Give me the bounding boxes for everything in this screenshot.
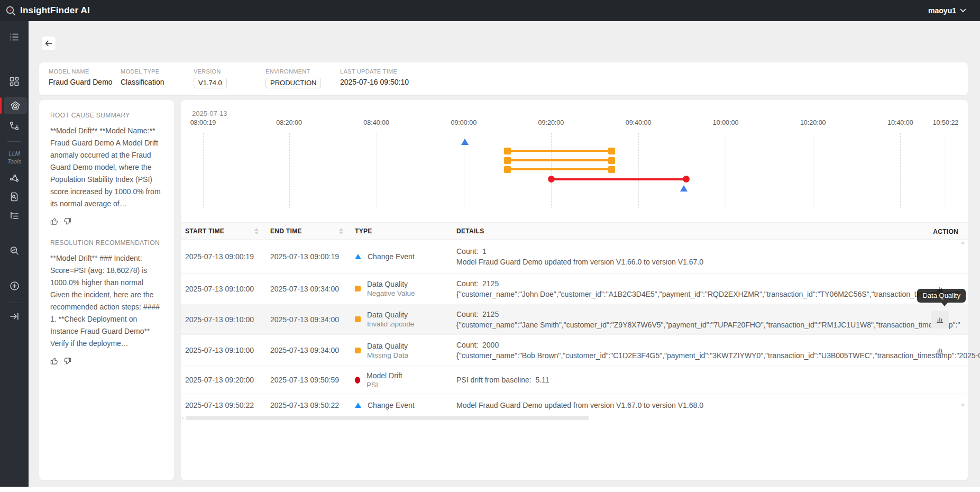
end-time-cell: 2025-07-13 09:00:19 xyxy=(270,252,355,261)
axis-tick: 08:00:19 xyxy=(190,119,216,126)
model-drift-line-marker[interactable] xyxy=(551,176,686,183)
details-cell: Model Fraud Guard Demo updated from vers… xyxy=(456,401,960,409)
type-cell: Data Quality Invalid zipcode xyxy=(355,311,456,328)
thumbs-up-icon[interactable] xyxy=(50,217,58,225)
gridline xyxy=(638,133,639,208)
thumbs-up-icon[interactable] xyxy=(50,357,58,365)
events-panel: 2025-07-13 08:00:19 08:20:00 08:40:00 09… xyxy=(181,100,968,480)
gridline xyxy=(726,133,726,208)
sidebar-item-dashboard[interactable] xyxy=(0,76,29,87)
data-quality-icon xyxy=(355,286,361,291)
end-time-cell: 2025-07-13 09:34:00 xyxy=(270,285,355,293)
back-button[interactable] xyxy=(41,36,56,51)
sidebar-item-search[interactable] xyxy=(0,245,29,256)
type-cell: Data Quality Negative Value xyxy=(355,280,456,297)
sort-icon[interactable] xyxy=(254,228,259,234)
environment-field: ENVIRONMENT PRODUCTION xyxy=(265,68,340,95)
events-table: START TIME END TIME TYPE DETAILS ACTION … xyxy=(181,222,968,416)
start-time-cell: 2025-07-13 09:50:22 xyxy=(185,401,270,409)
axis-tick: 09:00:00 xyxy=(451,119,477,126)
gridline xyxy=(289,133,290,208)
environment-label: ENVIRONMENT xyxy=(265,68,340,75)
start-time-cell: 2025-07-13 09:20:00 xyxy=(185,376,270,384)
table-row[interactable]: 2025-07-13 09:20:00 2025-07-13 09:50:59 … xyxy=(181,366,968,394)
view-chart-button[interactable] xyxy=(931,311,949,329)
change-event-marker[interactable] xyxy=(461,139,469,145)
axis-tick: 10:00:00 xyxy=(713,119,739,126)
end-time-cell: 2025-07-13 09:34:00 xyxy=(270,315,355,324)
col-header-start-time[interactable]: START TIME xyxy=(185,227,270,235)
gridline xyxy=(946,133,946,208)
horizontal-scrollbar[interactable] xyxy=(186,416,589,420)
sidebar-item-llm-evaluation[interactable] xyxy=(0,192,29,202)
gridline xyxy=(203,133,204,208)
axis-tick: 10:20:00 xyxy=(800,119,826,126)
table-row[interactable]: 2025-07-13 09:00:19 2025-07-13 09:00:19 … xyxy=(181,240,968,274)
col-header-end-time[interactable]: END TIME xyxy=(270,227,355,235)
sidebar-divider xyxy=(7,268,21,268)
model-type-field: MODEL TYPE Classification xyxy=(121,68,194,95)
sidebar: LLM Tools xyxy=(0,21,29,487)
sidebar-item-workflows[interactable] xyxy=(0,121,29,131)
gridline xyxy=(377,133,377,208)
data-quality-bar-marker[interactable] xyxy=(507,166,612,173)
insightfinder-logo-icon xyxy=(5,5,16,16)
data-quality-bar-marker[interactable] xyxy=(507,157,612,164)
timeline-axis: 08:00:19 08:20:00 08:40:00 09:00:00 09:2… xyxy=(203,119,946,127)
end-time-cell: 2025-07-13 09:34:00 xyxy=(270,346,355,354)
thumbs-down-icon[interactable] xyxy=(63,217,71,225)
model-name-label: MODEL NAME xyxy=(49,68,121,75)
axis-tick: 09:20:00 xyxy=(538,119,564,126)
active-indicator-bar xyxy=(0,97,2,114)
chevron-down-icon xyxy=(960,8,966,13)
environment-badge: PRODUCTION xyxy=(265,78,321,88)
details-cell: Count: 2000 {"customer_name":"Bob Brown"… xyxy=(456,341,980,360)
timeline-plot xyxy=(203,133,946,208)
resolution-feedback xyxy=(50,357,163,365)
col-header-details: DETAILS xyxy=(456,227,960,235)
sidebar-item-llm-trace[interactable] xyxy=(0,211,29,221)
table-row[interactable]: 2025-07-13 09:10:00 2025-07-13 09:34:00 … xyxy=(181,274,968,304)
root-cause-title: ROOT CAUSE SUMMARY xyxy=(50,112,163,119)
sidebar-item-llm-pipeline[interactable] xyxy=(0,173,29,184)
table-row[interactable]: 2025-07-13 09:50:22 2025-07-13 09:50:22 … xyxy=(181,394,968,416)
tooltip-caret xyxy=(941,303,948,306)
resolution-title: RESOLUTION RECOMMENDATION xyxy=(50,239,163,247)
table-header-row: START TIME END TIME TYPE DETAILS ACTION xyxy=(181,222,968,240)
bottom-strip xyxy=(0,487,980,492)
sidebar-item-models-active[interactable] xyxy=(0,97,29,114)
end-time-cell: 2025-07-13 09:50:22 xyxy=(270,401,355,409)
scroll-down-icon[interactable]: ▼ xyxy=(960,403,965,408)
thumbs-down-icon[interactable] xyxy=(63,357,71,365)
details-cell: Count: 1 Model Fraud Guard Demo updated … xyxy=(456,247,960,266)
start-time-cell: 2025-07-13 09:10:00 xyxy=(185,285,270,293)
col-header-action: ACTION xyxy=(933,223,958,240)
col-header-type: TYPE xyxy=(355,227,456,235)
top-bar: InsightFinder AI maoyu1 xyxy=(0,0,980,21)
page: InsightFinder AI maoyu1 xyxy=(0,0,980,492)
sort-icon[interactable] xyxy=(339,228,343,234)
user-menu[interactable]: maoyu1 xyxy=(928,6,966,15)
data-quality-icon xyxy=(355,348,361,353)
table-row[interactable]: 2025-07-13 09:10:00 2025-07-13 09:34:00 … xyxy=(181,304,968,335)
sidebar-collapse-icon[interactable] xyxy=(0,311,29,322)
sidebar-item-incidents[interactable] xyxy=(0,32,29,42)
change-event-marker[interactable] xyxy=(680,185,688,192)
data-quality-icon xyxy=(355,316,361,322)
root-cause-text: **Model Drift** **Model Name:** Fraud Gu… xyxy=(50,125,163,210)
axis-tick: 09:40:00 xyxy=(626,119,652,126)
data-quality-bar-marker[interactable] xyxy=(507,148,612,154)
scroll-left-icon[interactable]: ‹ xyxy=(182,414,184,421)
root-cause-feedback xyxy=(50,217,163,225)
change-event-icon xyxy=(355,403,361,408)
model-hub-icon xyxy=(4,97,27,114)
model-info-card: MODEL NAME Fraud Guard Demo MODEL TYPE C… xyxy=(39,62,968,95)
last-update-field: LAST UPDATE TIME 2025-07-16 09:50:10 xyxy=(340,68,409,95)
view-chart-button[interactable] xyxy=(931,341,949,359)
sidebar-item-add[interactable] xyxy=(0,280,29,291)
scroll-up-icon[interactable]: ▲ xyxy=(960,240,965,245)
sidebar-divider xyxy=(7,303,21,303)
table-row[interactable]: 2025-07-13 09:10:00 2025-07-13 09:34:00 … xyxy=(181,335,968,366)
last-update-label: LAST UPDATE TIME xyxy=(340,68,409,75)
start-time-cell: 2025-07-13 09:10:00 xyxy=(185,315,270,324)
